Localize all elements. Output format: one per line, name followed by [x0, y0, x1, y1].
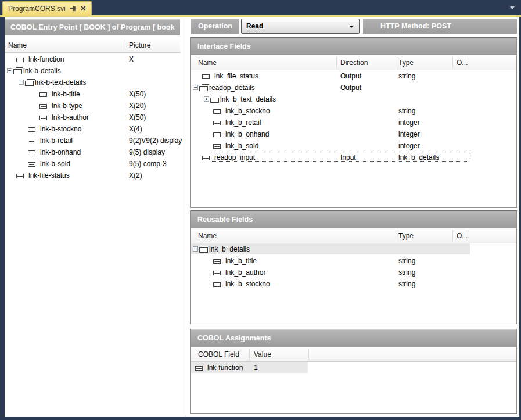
column-occurs[interactable]: O...	[457, 59, 468, 67]
field-icon	[213, 109, 221, 114]
column-separator[interactable]	[396, 57, 396, 68]
field-icon	[39, 92, 47, 97]
column-separator[interactable]	[396, 230, 396, 241]
table-row[interactable]: lnk-functionX	[5, 53, 180, 65]
column-separator[interactable]	[249, 349, 250, 360]
section-title: Interface Fields	[191, 38, 516, 55]
collapse-icon[interactable]	[193, 246, 198, 252]
column-type[interactable]: Type	[398, 232, 414, 240]
table-row[interactable]: lnk-b-authorX(50)	[5, 112, 180, 123]
cell-type: string	[398, 72, 415, 80]
cobol-assignments-section: COBOL Assignments COBOL Field Value lnk-…	[190, 329, 517, 414]
field-name: lnk-function	[207, 364, 243, 372]
field-name: lnk-b-title	[52, 90, 80, 98]
field-icon	[213, 132, 221, 137]
table-row[interactable]: readop_detailsOutput	[191, 82, 516, 94]
field-icon	[16, 174, 24, 178]
column-type[interactable]: Type	[398, 59, 414, 67]
column-separator[interactable]	[469, 230, 469, 241]
collapse-icon[interactable]	[19, 80, 24, 85]
table-row[interactable]: lnk-b-onhand9(5) display	[5, 146, 180, 158]
cell-direction: Input	[340, 153, 356, 161]
field-name: lnk_file_status	[214, 72, 258, 80]
column-cobol-field[interactable]: COBOL Field	[198, 350, 239, 358]
panel-splitter[interactable]	[185, 19, 185, 417]
collapse-icon[interactable]	[7, 68, 12, 73]
document-tab[interactable]: ProgramCORS.svi ✕	[2, 1, 92, 15]
field-icon	[195, 366, 203, 371]
cell-value: 1	[254, 364, 258, 372]
table-row[interactable]: lnk-b-titleX(50)	[5, 88, 180, 100]
cell-picture: 9(2)V9(2) display	[129, 137, 182, 145]
column-occurs[interactable]: O...	[457, 232, 468, 240]
table-row[interactable]: lnk_b_onhandinteger	[191, 128, 516, 140]
field-name: lnk-b-onhand	[40, 148, 81, 156]
column-value[interactable]: Value	[254, 350, 271, 358]
column-separator[interactable]	[452, 57, 453, 68]
cell-type: string	[398, 257, 415, 265]
table-row[interactable]: lnk-file-statusX(2)	[5, 170, 180, 181]
chevron-down-icon[interactable]	[510, 6, 515, 9]
field-name: lnk-b-retail	[40, 137, 73, 145]
field-icon	[202, 74, 210, 79]
column-picture[interactable]: Picture	[129, 41, 150, 49]
table-row[interactable]: lnk_b_titlestring	[191, 255, 516, 267]
table-row[interactable]: lnk-b-text-details	[5, 77, 180, 88]
column-direction[interactable]: Direction	[340, 59, 368, 67]
group-field-icon	[199, 246, 209, 253]
field-icon	[213, 144, 221, 149]
table-row[interactable]: lnk_b_retailinteger	[191, 117, 516, 128]
field-icon	[28, 150, 35, 155]
combo-arrow-icon	[349, 26, 354, 28]
table-row[interactable]: lnk_b_stocknostring	[191, 105, 516, 117]
cell-picture: X(50)	[129, 90, 146, 98]
field-name: readop_details	[209, 84, 255, 92]
table-row[interactable]: lnk-b-retail9(2)V9(2) display	[5, 135, 180, 146]
field-name: lnk-b-text-details	[35, 78, 86, 87]
cell-picture: 9(5) display	[129, 148, 165, 156]
column-separator[interactable]	[452, 230, 453, 241]
close-icon[interactable]: ✕	[80, 6, 87, 12]
field-icon	[16, 58, 24, 62]
table-row[interactable]: lnk_b_stocknostring	[191, 278, 516, 290]
operation-select[interactable]: Read	[241, 19, 360, 34]
field-name: lnk-function	[28, 55, 64, 63]
table-row[interactable]: readop_inputInputlnk_b_details	[191, 152, 516, 163]
table-row[interactable]: lnk-b-stocknoX(4)	[5, 123, 180, 135]
table-row[interactable]: lnk-function1	[191, 362, 516, 374]
column-separator[interactable]	[336, 57, 337, 68]
reusable-fields-section: Reusable Fields Name Type O... lnk_b_det…	[190, 210, 517, 324]
table-row[interactable]: lnk_file_statusOutputstring	[191, 70, 516, 82]
column-separator[interactable]	[469, 57, 469, 68]
cobol-entry-point-panel: COBOL Entry Point [ BOOK ] of Program [ …	[5, 17, 180, 417]
cell-picture: X(50)	[129, 113, 146, 121]
cell-picture: 9(5) comp-3	[129, 160, 167, 168]
cell-direction: Output	[340, 72, 361, 80]
table-row[interactable]: lnk-b-details	[5, 65, 180, 77]
group-field-icon	[199, 84, 209, 91]
column-name[interactable]: Name	[8, 41, 27, 49]
table-row[interactable]: lnk_b_soldinteger	[191, 140, 516, 152]
group-field-icon	[13, 67, 23, 74]
pin-icon[interactable]	[70, 6, 76, 12]
tab-title: ProgramCORS.svi	[8, 5, 66, 13]
table-row[interactable]: lnk_b_authorstring	[191, 267, 516, 278]
field-icon	[213, 282, 221, 287]
field-name: lnk-b-type	[52, 102, 82, 110]
table-row[interactable]: lnk_b_text_details	[191, 94, 516, 105]
field-name: lnk-b-details	[23, 67, 61, 75]
panel-title: COBOL Entry Point [ BOOK ] of Program [ …	[5, 19, 180, 35]
cell-picture: X(2)	[129, 171, 142, 180]
column-separator[interactable]	[125, 40, 125, 51]
field-name: lnk-b-author	[52, 113, 89, 121]
assignments-column-header: COBOL Field Value	[191, 347, 516, 362]
table-row[interactable]: lnk-b-sold9(5) comp-3	[5, 158, 180, 170]
column-name[interactable]: Name	[198, 59, 217, 67]
column-name[interactable]: Name	[198, 232, 217, 240]
table-row[interactable]: lnk-b-typeX(20)	[5, 100, 180, 112]
field-name: lnk_b_retail	[225, 119, 261, 127]
collapse-icon[interactable]	[193, 85, 198, 90]
column-separator[interactable]	[308, 349, 309, 360]
table-row[interactable]: lnk_b_details	[191, 243, 516, 255]
expand-icon[interactable]	[204, 96, 209, 102]
